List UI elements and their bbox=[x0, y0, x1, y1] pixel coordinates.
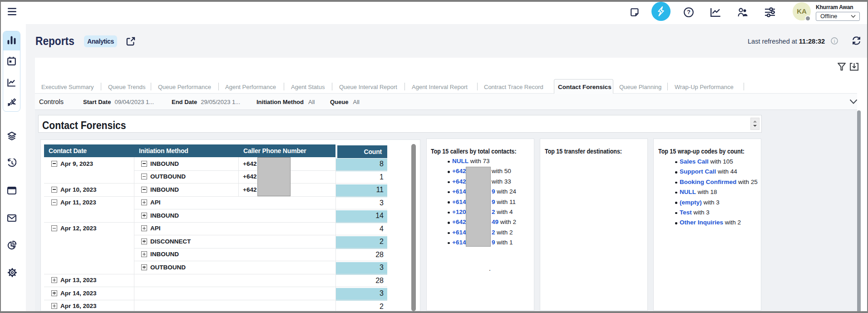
svg-text:i: i bbox=[834, 39, 835, 44]
svg-text:?: ? bbox=[687, 9, 690, 15]
